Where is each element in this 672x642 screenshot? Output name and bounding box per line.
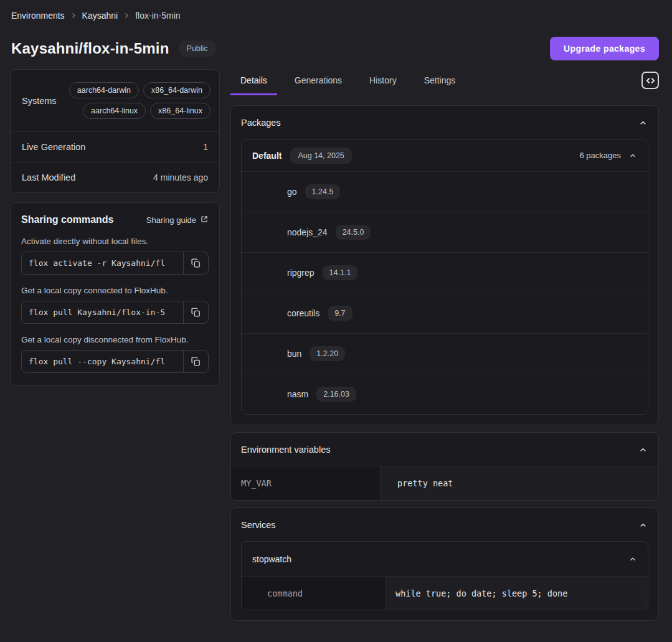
tab-settings[interactable]: Settings [414,69,466,95]
env-var-row: MY_VAR pretty neat [231,466,658,500]
package-count: 6 packages [580,151,622,160]
services-title: Services [241,520,276,530]
share-command-description: Get a local copy connected to FloxHub. [21,286,209,295]
package-version-badge: 2.16.03 [316,387,356,402]
system-badge: x86_64-darwin [143,82,211,98]
service-card: stopwatch command while true; do date; s… [241,541,648,610]
package-version-badge: 1.2.20 [310,346,345,361]
package-group-header[interactable]: Default Aug 14, 2025 6 packages [242,139,648,171]
env-var-name: MY_VAR [231,466,381,500]
breadcrumb-environment: flox-in-5min [135,11,180,21]
package-name: coreutils [287,308,319,318]
tab-bar: Details Generations History Settings [230,69,659,105]
package-row: go 1.24.5 [242,171,648,212]
services-panel-header[interactable]: Services [231,508,658,541]
service-command-value: while true; do date; sleep 5; done [386,577,648,610]
share-command-description: Get a local copy disconnected from FloxH… [21,335,209,344]
package-name: nodejs_24 [287,227,328,237]
package-row: bun 1.2.20 [242,333,648,374]
last-modified-row: Last Modified 4 minutes ago [11,162,219,192]
package-name: go [287,187,297,197]
package-row: coreutils 9.7 [242,293,648,333]
service-command-row: command while true; do date; sleep 5; do… [242,576,648,610]
chevron-up-icon [638,118,648,128]
chevron-up-icon [638,445,648,455]
sharing-commands-title: Sharing commands [21,214,113,225]
last-modified-value: 4 minutes ago [153,172,208,182]
group-date-badge: Aug 14, 2025 [290,148,351,164]
share-command-description: Activate directly without local files. [21,237,209,246]
external-link-icon [200,215,209,225]
breadcrumb-environments[interactable]: Environments [11,11,65,21]
chevron-right-icon [70,12,77,19]
breadcrumb-owner[interactable]: Kaysahni [82,11,118,21]
sharing-guide-link[interactable]: Sharing guide [146,215,209,225]
package-name: nasm [287,389,308,399]
env-vars-panel-header[interactable]: Environment variables [231,433,658,466]
tab-history[interactable]: History [359,69,407,95]
live-generation-label: Live Generation [22,142,85,152]
package-row: nodejs_24 24.5.0 [242,212,648,252]
package-version-badge: 9.7 [328,306,352,321]
service-command-label: command [242,577,386,610]
environment-meta-card: Systems aarch64-darwin x86_64-darwin aar… [10,69,220,193]
page-title: Kaysahni/flox-in-5min [11,40,169,57]
system-badge: x86_64-linux [150,103,211,119]
sharing-guide-label: Sharing guide [146,215,196,225]
chevron-right-icon [123,12,130,19]
system-badge: aarch64-darwin [69,82,139,98]
code-view-button[interactable] [641,72,659,89]
services-panel: Services stopwatch command while true; d… [230,507,659,621]
package-group-card: Default Aug 14, 2025 6 packages go 1.24.… [241,139,648,415]
upgrade-packages-button[interactable]: Upgrade packages [550,37,659,60]
breadcrumb: Environments Kaysahni flox-in-5min [0,0,672,21]
tab-generations[interactable]: Generations [285,69,352,95]
chevron-up-icon [638,521,648,530]
group-name: Default [252,151,282,161]
package-name: bun [287,349,301,359]
tab-details[interactable]: Details [230,69,277,95]
packages-title: Packages [241,118,281,128]
package-version-badge: 24.5.0 [336,225,371,240]
chevron-up-icon [628,555,637,564]
visibility-badge: Public [179,40,215,57]
service-name: stopwatch [252,554,291,564]
pull-command-box: flox pull Kaysahni/flox-in-5 [21,301,209,324]
pull-copy-command-box: flox pull --copy Kaysahni/fl [21,350,209,373]
activate-command-box: flox activate -r Kaysahni/fl [21,252,209,275]
package-version-badge: 1.24.5 [305,184,341,199]
packages-panel: Packages Default Aug 14, 2025 6 packages [230,105,659,425]
sharing-commands-card: Sharing commands Sharing guide Activate … [10,202,220,386]
page-header: Kaysahni/flox-in-5min Public Upgrade pac… [0,21,672,60]
env-vars-title: Environment variables [241,445,330,455]
package-version-badge: 14.1.1 [323,265,358,280]
env-var-value: pretty neat [381,466,658,500]
live-generation-row: Live Generation 1 [11,131,219,162]
package-name: ripgrep [287,268,315,278]
activate-command-text: flox activate -r Kaysahni/fl [22,252,183,274]
copy-icon[interactable] [183,252,208,274]
env-vars-panel: Environment variables MY_VAR pretty neat [230,432,659,501]
packages-panel-header[interactable]: Packages [231,106,658,139]
pull-copy-command-text: flox pull --copy Kaysahni/fl [22,351,183,372]
service-header[interactable]: stopwatch [242,542,648,576]
chevron-up-icon [628,151,637,160]
live-generation-value: 1 [203,142,208,152]
last-modified-label: Last Modified [22,172,75,182]
systems-label: Systems [22,96,57,106]
package-row: nasm 2.16.03 [242,374,648,414]
copy-icon[interactable] [183,351,208,372]
system-badge: aarch64-linux [83,103,146,119]
copy-icon[interactable] [183,301,208,323]
pull-command-text: flox pull Kaysahni/flox-in-5 [22,301,183,323]
package-row: ripgrep 14.1.1 [242,252,648,293]
systems-row: Systems aarch64-darwin x86_64-darwin aar… [11,70,219,131]
